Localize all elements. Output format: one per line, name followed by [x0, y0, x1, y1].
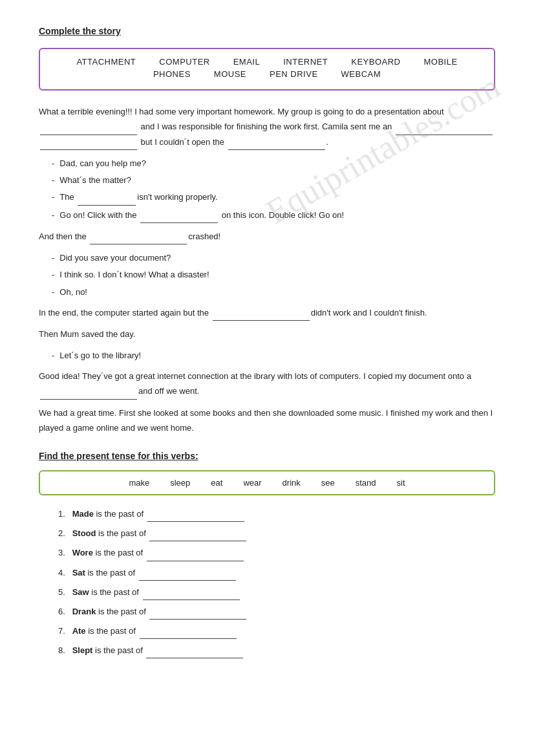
- bullet-list-3: Let´s go to the library!: [52, 349, 495, 363]
- ex4-past: Sat: [72, 568, 85, 578]
- story-text-2a: And then the: [39, 232, 89, 241]
- verb-eat: eat: [211, 478, 222, 488]
- exercise-item-6: 6. Drank is the past of: [58, 605, 495, 620]
- story-text-5b: and off we went.: [138, 386, 199, 396]
- word-row-1: ATTACHMENT COMPUTER EMAIL INTERNET KEYBO…: [53, 57, 481, 67]
- word-internet: INTERNET: [283, 57, 328, 67]
- story-para-2: And then the crashed!: [39, 230, 495, 245]
- word-computer: COMPUTER: [159, 57, 209, 67]
- blank-9: [40, 384, 137, 400]
- story-para-6: We had a great time. First she looked at…: [39, 406, 495, 436]
- blank-6: [140, 208, 218, 223]
- ex4-blank: [139, 566, 236, 581]
- story-text-3a: In the end, the computer started again b…: [39, 308, 211, 318]
- bullet-list-1: Dad, can you help me? What´s the matter?…: [52, 157, 495, 222]
- ex2-blank: [149, 526, 246, 541]
- story-text-6: We had a great time. First she looked at…: [39, 408, 493, 433]
- ex3-blank: [147, 546, 244, 561]
- verb-sit: sit: [397, 478, 405, 488]
- story-para-1: What a terrible evening!!! I had some ve…: [39, 105, 495, 150]
- story-para-5: Good idea! They´ve got a great internet …: [39, 369, 495, 400]
- exercise-item-2: 2. Stood is the past of: [58, 526, 495, 541]
- word-webcam: WEBCAM: [341, 69, 381, 79]
- bullet-2-3: Oh, no!: [52, 285, 495, 299]
- bullet-list-2: Did you save your document? I think so. …: [52, 251, 495, 299]
- word-email: EMAIL: [233, 57, 261, 67]
- ex6-text: is the past of: [96, 607, 148, 616]
- verb-drink: drink: [283, 478, 301, 488]
- verb-box: make sleep eat wear drink see stand sit: [39, 470, 495, 495]
- section2-title: Find the present tense for this verbs:: [39, 451, 495, 461]
- story-text-1c: but I couldn´t open the: [138, 137, 227, 147]
- bullet-2-2: I think so. I don´t know! What a disaste…: [52, 268, 495, 282]
- blank-5: [78, 190, 136, 205]
- bullet-2-1: Did you save your document?: [52, 251, 495, 265]
- exercise-item-7: 7. Ate is the past of: [58, 624, 495, 639]
- ex3-past: Wore: [72, 548, 93, 557]
- ex1-blank: [147, 507, 244, 522]
- ex8-blank: [146, 643, 243, 658]
- blank-2: [396, 120, 493, 135]
- exercise-item-4: 4. Sat is the past of: [58, 566, 495, 581]
- verb-stand: stand: [356, 478, 376, 488]
- ex3-text: is the past of: [93, 548, 145, 557]
- exercise-item-5: 5. Saw is the past of: [58, 585, 495, 600]
- ex7-blank: [140, 624, 237, 639]
- ex5-blank: [143, 585, 240, 600]
- ex7-past: Ate: [72, 626, 86, 636]
- ex8-text: is the past of: [92, 645, 145, 655]
- blank-3: [40, 135, 137, 151]
- exercise-item-3: 3. Wore is the past of: [58, 546, 495, 561]
- ex7-text: is the past of: [86, 626, 138, 636]
- bullet-1-2: What´s the matter?: [52, 173, 495, 188]
- bullet-1-1: Dad, can you help me?: [52, 157, 495, 171]
- story-para-4: Then Mum saved the day.: [39, 327, 495, 342]
- verb-see: see: [321, 478, 335, 488]
- ex1-past: Made: [72, 509, 94, 519]
- page-title: Complete the story: [39, 26, 495, 36]
- word-pendrive: PEN DRIVE: [270, 69, 318, 79]
- story-text-3b: didn't work and I couldn't finish.: [311, 308, 427, 318]
- word-mobile: MOBILE: [423, 57, 457, 67]
- story-text-1a: What a terrible evening!!! I had some ve…: [39, 107, 444, 116]
- verb-make: make: [129, 478, 149, 488]
- ex6-blank: [149, 605, 246, 620]
- bullet-1-3: The isn't working properly.: [52, 190, 495, 205]
- word-keyboard: KEYBOARD: [351, 57, 400, 67]
- word-row-2: PHONES MOUSE PEN DRIVE WEBCAM: [53, 69, 481, 79]
- word-mouse: MOUSE: [214, 69, 246, 79]
- ex2-text: is the past of: [96, 528, 148, 538]
- exercise-item-8: 8. Slept is the past of: [58, 643, 495, 658]
- story-text-1b: and I was responsible for finishing the …: [138, 122, 394, 131]
- exercise-item-1: 1. Made is the past of: [58, 507, 495, 522]
- ex4-text: is the past of: [85, 568, 138, 578]
- ex2-past: Stood: [72, 528, 96, 538]
- blank-4: [228, 135, 325, 151]
- word-phones: PHONES: [153, 69, 191, 79]
- verb-sleep: sleep: [170, 478, 190, 488]
- story-text-5a: Good idea! They´ve got a great internet …: [39, 371, 471, 381]
- story-section: What a terrible evening!!! I had some ve…: [39, 105, 495, 435]
- word-attachment: ATTACHMENT: [76, 57, 136, 67]
- vocabulary-box: ATTACHMENT COMPUTER EMAIL INTERNET KEYBO…: [39, 48, 495, 91]
- bullet-3-1: Let´s go to the library!: [52, 349, 495, 363]
- verb-wear: wear: [243, 478, 261, 488]
- exercise-list: 1. Made is the past of 2. Stood is the p…: [58, 507, 495, 658]
- ex5-past: Saw: [72, 587, 89, 597]
- blank-1: [40, 120, 137, 135]
- blank-8: [213, 306, 310, 321]
- ex8-past: Slept: [72, 645, 93, 655]
- ex6-past: Drank: [72, 607, 96, 616]
- ex5-text: is the past of: [89, 587, 142, 597]
- story-text-2b: crashed!: [188, 232, 220, 241]
- story-text-4: Then Mum saved the day.: [39, 329, 135, 339]
- story-para-3: In the end, the computer started again b…: [39, 306, 495, 321]
- story-text-1d: .: [326, 137, 329, 147]
- ex1-text: is the past of: [94, 509, 146, 519]
- bullet-1-4: Go on! Click with the on this icon. Doub…: [52, 208, 495, 223]
- blank-7: [90, 230, 187, 245]
